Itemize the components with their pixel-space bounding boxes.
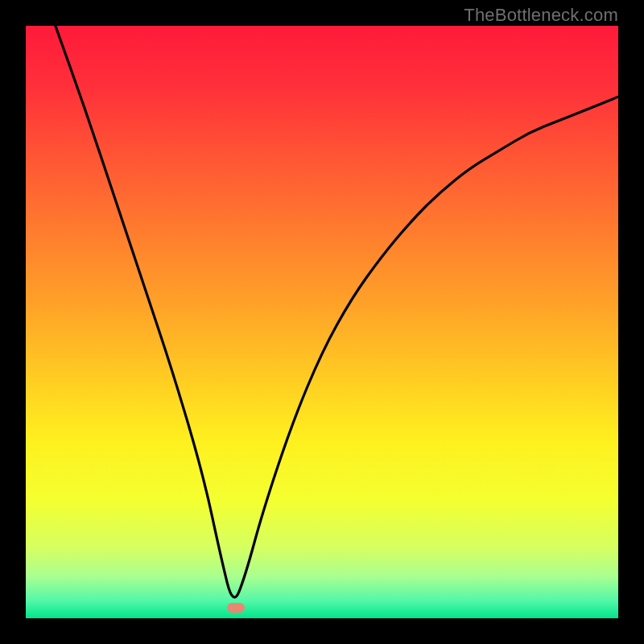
watermark-text: TheBottleneck.com [464,5,618,26]
bottleneck-curve [26,26,618,618]
plot-area [26,26,618,618]
chart-frame: TheBottleneck.com [0,0,644,644]
optimal-point-marker [227,603,245,613]
